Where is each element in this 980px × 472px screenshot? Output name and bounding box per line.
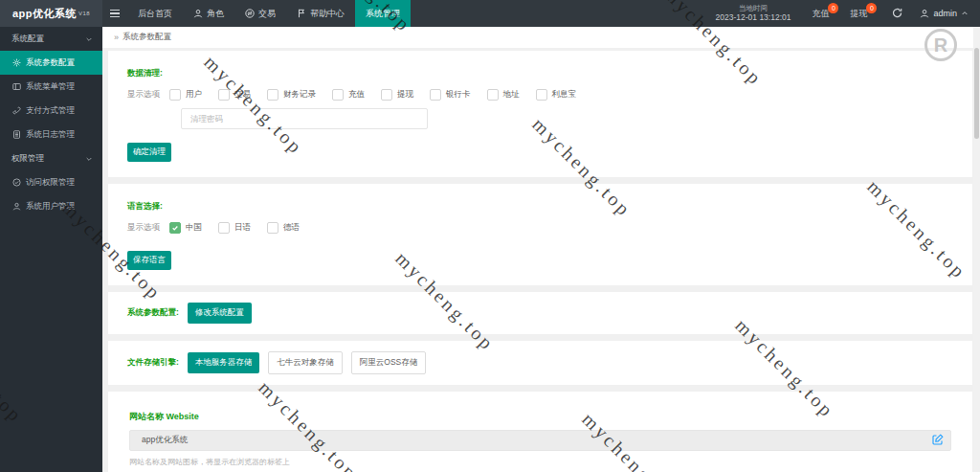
checkbox-box[interactable]: [430, 89, 441, 101]
language-card: 语言选择: 显示选项 中国 日语 德语 保存语言: [108, 184, 972, 285]
modify-config-button[interactable]: 修改系统配置: [188, 303, 252, 324]
sidebar-item-system-users[interactable]: 系统用户管理: [0, 194, 102, 218]
checkbox-lang-japanese[interactable]: 日语: [218, 222, 251, 234]
checkbox-trades[interactable]: 交易: [218, 89, 251, 101]
user-menu[interactable]: admin: [920, 9, 969, 18]
clean-password-input[interactable]: [181, 108, 428, 129]
checkbox-label: 用户: [186, 89, 202, 101]
edit-icon[interactable]: [932, 434, 944, 445]
sidebar-group-label: 系统配置: [11, 34, 85, 45]
sidebar-item-access-permission[interactable]: 访问权限管理: [0, 170, 102, 194]
storage-aliyun-oss-button[interactable]: 阿里云OSS存储: [351, 351, 426, 374]
flag-icon: [297, 9, 306, 18]
sidebar-group-label: 权限管理: [11, 153, 85, 165]
main-content: » 系统参数配置 数据清理: 显示选项 用户 交易 财务记录 充值 提现 银行卡…: [102, 27, 973, 472]
person-icon: [193, 9, 203, 18]
sidebar-item-label: 系统用户管理: [26, 201, 75, 213]
sidebar-item-label: 系统菜单管理: [26, 81, 75, 93]
chevron-up-icon: [961, 10, 969, 17]
gear-icon: [12, 58, 21, 67]
app-logo[interactable]: app优化系统 V18: [0, 0, 102, 27]
checkbox-box[interactable]: [381, 89, 392, 101]
app-root: app优化系统 V18 后台首页 角色 交易 帮助中心 系统管理: [0, 0, 980, 472]
sidebar-item-system-logs[interactable]: 系统日志管理: [0, 123, 102, 146]
link-icon: [12, 106, 21, 115]
options-label: 显示选项: [127, 89, 160, 101]
checkbox-box[interactable]: [536, 89, 547, 101]
website-card: 网站名称 Website 网站名称及网站图标，将显示在浏览器的标签上 网站名称 …: [108, 392, 972, 472]
checkbox-label: 充值: [348, 89, 365, 101]
checkbox-box[interactable]: [487, 89, 499, 101]
recharge-button[interactable]: 充值 0: [812, 8, 829, 20]
checkbox-label: 中国: [186, 222, 202, 234]
shield-check-icon: [12, 178, 21, 187]
checkbox-lang-german[interactable]: 德语: [267, 222, 300, 234]
nav-help[interactable]: 帮助中心: [286, 0, 355, 27]
vertical-scrollbar[interactable]: [973, 27, 980, 472]
checkbox-box[interactable]: [218, 89, 230, 101]
sidebar-group-system-config[interactable]: 系统配置: [0, 27, 102, 51]
app-version: V18: [78, 11, 90, 16]
language-title: 语言选择:: [127, 201, 953, 213]
nav-system-management[interactable]: 系统管理: [355, 0, 411, 27]
website-name-label: 网站名称 Website: [129, 411, 951, 423]
sidebar-item-label: 系统参数配置: [26, 57, 75, 69]
storage-qiniu-button[interactable]: 七牛云对象存储: [268, 351, 343, 374]
checkbox-box[interactable]: [169, 89, 181, 101]
nav-dashboard[interactable]: 后台首页: [127, 0, 183, 27]
log-document-icon: [12, 130, 21, 139]
checkbox-label: 地址: [503, 89, 520, 101]
scrollbar-thumb[interactable]: [974, 48, 979, 139]
checkbox-lang-china[interactable]: 中国: [169, 222, 202, 234]
sidebar-item-label: 系统日志管理: [26, 129, 75, 141]
checkbox-users[interactable]: 用户: [169, 89, 202, 101]
user-icon: [920, 9, 929, 18]
checkbox-bankcard[interactable]: 银行卡: [430, 89, 471, 101]
data-clean-card: 数据清理: 显示选项 用户 交易 财务记录 充值 提现 银行卡 地址 利息宝 确…: [108, 51, 972, 177]
top-header: app优化系统 V18 后台首页 角色 交易 帮助中心 系统管理: [0, 0, 980, 27]
system-params-card: 系统参数配置: 修改系统配置: [108, 292, 972, 334]
breadcrumb-icon: »: [114, 33, 119, 42]
nav-roles[interactable]: 角色: [183, 0, 234, 27]
data-clean-title: 数据清理:: [127, 68, 953, 79]
withdraw-button[interactable]: 提现 0: [850, 8, 867, 20]
app-title: app优化系统: [12, 7, 77, 21]
sidebar-item-system-params[interactable]: 系统参数配置: [0, 51, 102, 75]
checkbox-box[interactable]: [218, 222, 230, 234]
checkbox-address[interactable]: 地址: [487, 89, 520, 101]
checkbox-box[interactable]: [267, 222, 278, 234]
local-time: 当地时间 2023-12-01 13:12:01: [716, 4, 791, 24]
checkbox-box[interactable]: [267, 89, 278, 101]
refresh-icon[interactable]: [892, 5, 902, 22]
header-nav: 后台首页 角色 交易 帮助中心 系统管理: [127, 0, 411, 27]
checkbox-label: 银行卡: [446, 89, 471, 101]
sidebar-item-payment-methods[interactable]: 支付方式管理: [0, 99, 102, 123]
checkbox-label: 利息宝: [552, 89, 577, 101]
local-time-value: 2023-12-01 13:12:01: [716, 12, 791, 23]
username: admin: [933, 9, 957, 18]
website-name-help: 网站名称及网站图标，将显示在浏览器的标签上: [129, 457, 951, 467]
nav-trade[interactable]: 交易: [234, 0, 286, 27]
chevron-down-icon: [85, 35, 93, 43]
checkbox-checked-box[interactable]: [169, 222, 181, 234]
checkbox-recharge[interactable]: 充值: [332, 89, 365, 101]
sidebar-item-label: 访问权限管理: [26, 177, 75, 189]
checkbox-withdraw[interactable]: 提现: [381, 89, 413, 101]
hamburger-icon[interactable]: [102, 0, 127, 27]
options-label: 显示选项: [127, 222, 160, 234]
website-name-input[interactable]: [129, 430, 951, 451]
storage-title: 文件存储引擎:: [127, 357, 179, 369]
sidebar-item-label: 支付方式管理: [26, 105, 75, 117]
save-language-button[interactable]: 保存语言: [127, 251, 171, 270]
checkbox-finance-records[interactable]: 财务记录: [267, 89, 316, 101]
sidebar-group-permission[interactable]: 权限管理: [0, 146, 102, 170]
checkbox-box[interactable]: [332, 89, 344, 101]
confirm-clean-button[interactable]: 确定清理: [127, 143, 171, 162]
checkbox-label: 财务记录: [283, 89, 316, 101]
checkbox-label: 德语: [283, 222, 300, 234]
checkbox-interest[interactable]: 利息宝: [536, 89, 577, 101]
storage-card: 文件存储引擎: 本地服务器存储 七牛云对象存储 阿里云OSS存储: [108, 341, 972, 385]
checkbox-label: 日语: [234, 222, 251, 234]
storage-local-button[interactable]: 本地服务器存储: [188, 352, 260, 373]
sidebar-item-menu-management[interactable]: 系统菜单管理: [0, 75, 102, 99]
